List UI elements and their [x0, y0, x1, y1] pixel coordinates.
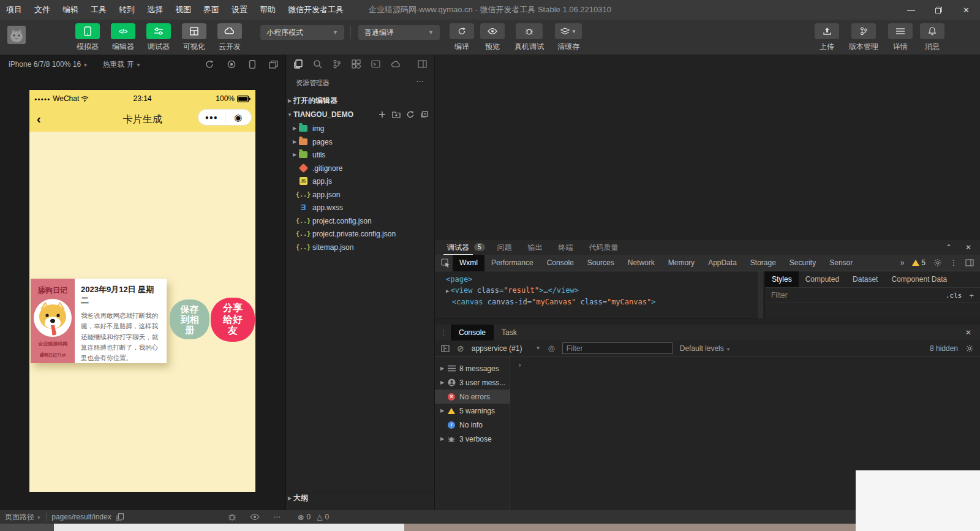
- file-row-utils[interactable]: ▶ utils: [286, 148, 434, 161]
- console-filter-input[interactable]: [562, 342, 673, 354]
- console-tab[interactable]: Console: [451, 325, 494, 341]
- menu-interface[interactable]: 界面: [197, 0, 225, 20]
- devtools-tab-sensor[interactable]: Sensor: [823, 255, 859, 271]
- user-avatar[interactable]: [7, 26, 26, 44]
- maximize-button[interactable]: [925, 0, 952, 20]
- debugger-toggle[interactable]: 调试器: [143, 23, 174, 52]
- tab-problems[interactable]: 问题: [494, 239, 516, 255]
- file-row-appjs[interactable]: JS app.js: [286, 175, 434, 187]
- close-button[interactable]: ✕: [952, 0, 980, 20]
- console-prompt-chevron[interactable]: ›: [518, 361, 522, 369]
- code-scrollbar[interactable]: [758, 271, 763, 318]
- statusbar-bug-icon[interactable]: [228, 513, 236, 521]
- collapse-panel-icon[interactable]: ⌃: [946, 243, 952, 252]
- outline-section[interactable]: ▶ 大纲: [286, 492, 434, 504]
- styles-tab[interactable]: Styles: [765, 271, 799, 287]
- live-expression-icon[interactable]: ◎: [548, 344, 554, 353]
- compile-mode-select[interactable]: 普通编译▼: [358, 25, 440, 40]
- tab-output[interactable]: 输出: [524, 239, 546, 255]
- statusbar-eye-icon[interactable]: [250, 514, 260, 520]
- devtools-tab-performance[interactable]: Performance: [484, 255, 540, 271]
- file-row-appjson[interactable]: {..} app.json: [286, 188, 434, 201]
- hot-reload-toggle[interactable]: 热重载 开 ▼: [102, 59, 141, 70]
- cloud-dev-toggle[interactable]: 云开发: [214, 23, 245, 52]
- device-frame-icon[interactable]: [249, 60, 255, 69]
- wxml-code-view[interactable]: <page> ▶<view class="result">…</view> <c…: [435, 271, 764, 318]
- file-row-gitignore[interactable]: .gitignore: [286, 162, 434, 175]
- statusbar-more-icon[interactable]: ⋯: [273, 513, 281, 521]
- extensions-icon[interactable]: [352, 59, 361, 69]
- split-editor-icon[interactable]: [418, 60, 427, 68]
- explorer-more-icon[interactable]: ⋯: [416, 77, 423, 86]
- version-control-button[interactable]: 版本管理: [846, 23, 881, 52]
- clear-console-icon[interactable]: ⊘: [457, 344, 464, 353]
- errors-filter-item[interactable]: ✕ No errors: [435, 390, 510, 404]
- devtools-tab-wxml[interactable]: Wxml: [453, 255, 484, 271]
- devtools-tab-network[interactable]: Network: [621, 255, 662, 271]
- file-row-projectprivateconfig[interactable]: {..} project.private.config.json: [286, 227, 434, 240]
- warnings-filter-item[interactable]: ▶ 5 warnings: [435, 404, 510, 418]
- multi-window-icon[interactable]: [269, 61, 278, 69]
- clear-cache-button[interactable]: ▼ 清缓存: [553, 23, 584, 52]
- menu-goto[interactable]: 转到: [113, 0, 141, 20]
- save-to-album-button[interactable]: 保存到相册: [170, 299, 209, 339]
- record-icon[interactable]: [227, 60, 236, 69]
- component-data-tab[interactable]: Component Data: [884, 271, 954, 287]
- sidebar-toggle-icon[interactable]: [441, 345, 450, 352]
- warning-counter[interactable]: 5: [912, 258, 925, 267]
- menu-view[interactable]: 视图: [169, 0, 197, 20]
- menu-select[interactable]: 选择: [141, 0, 169, 20]
- project-root[interactable]: ▼ TIANGOU_DEMO: [286, 108, 434, 121]
- problems-counter[interactable]: ⊗0 △0: [298, 513, 330, 522]
- messages-button[interactable]: 消息: [920, 23, 944, 52]
- close-console-icon[interactable]: ✕: [965, 328, 971, 337]
- compile-button[interactable]: 编译: [449, 23, 475, 52]
- drag-handle-icon[interactable]: ⋮: [440, 328, 447, 337]
- more-dots-icon[interactable]: ●●●: [198, 114, 225, 121]
- details-button[interactable]: 详情: [888, 23, 913, 52]
- real-device-debug-button[interactable]: 真机调试: [510, 23, 548, 52]
- info-filter-item[interactable]: i No info: [435, 418, 510, 432]
- share-to-friend-button[interactable]: 分享给好友: [211, 298, 255, 342]
- more-tabs-icon[interactable]: »: [900, 258, 905, 267]
- mode-select[interactable]: 小程序模式▼: [260, 25, 344, 40]
- copy-path-icon[interactable]: [116, 513, 124, 521]
- menu-devtools[interactable]: 微信开发者工具: [282, 0, 350, 20]
- device-selector[interactable]: iPhone 6/7/8 100% 16 ▼: [9, 60, 88, 69]
- file-row-sitemap[interactable]: {..} sitemap.json: [286, 241, 434, 254]
- npm-scripts-icon[interactable]: [371, 59, 380, 69]
- devtools-tab-security[interactable]: Security: [783, 255, 823, 271]
- messages-filter-item[interactable]: ▶ 8 messages: [435, 361, 510, 375]
- preview-button[interactable]: 预览: [480, 23, 505, 52]
- cloud-panel-icon[interactable]: [391, 60, 401, 68]
- dataset-tab[interactable]: Dataset: [846, 271, 884, 287]
- expand-caret-icon[interactable]: ▶: [446, 288, 449, 294]
- devtools-tab-memory[interactable]: Memory: [662, 255, 701, 271]
- tab-debugger[interactable]: 调试器: [443, 239, 473, 255]
- new-file-icon[interactable]: [379, 111, 386, 118]
- editor-toggle[interactable]: </> 编辑器: [108, 23, 138, 52]
- page-path-selector[interactable]: 页面路径 ▼: [5, 512, 41, 522]
- task-tab[interactable]: Task: [494, 325, 525, 341]
- exit-target-icon[interactable]: ◉: [225, 112, 252, 123]
- menu-tools[interactable]: 工具: [85, 0, 113, 20]
- user-messages-filter-item[interactable]: ▶ 3 user mess...: [435, 375, 510, 390]
- horizontal-scrollbar-thumb[interactable]: [54, 524, 404, 531]
- new-folder-icon[interactable]: [392, 111, 401, 118]
- new-style-rule-icon[interactable]: +: [969, 291, 974, 300]
- simulator-toggle[interactable]: 模拟器: [72, 23, 103, 52]
- visual-toggle[interactable]: 可视化: [179, 23, 209, 52]
- close-panel-icon[interactable]: ✕: [965, 243, 971, 252]
- devtools-tab-sources[interactable]: Sources: [581, 255, 621, 271]
- search-icon[interactable]: [313, 59, 322, 69]
- verbose-filter-item[interactable]: ▶ 3 verbose: [435, 432, 510, 446]
- rotate-icon[interactable]: [205, 60, 214, 69]
- source-control-icon[interactable]: [333, 59, 341, 69]
- inspect-element-icon[interactable]: [441, 258, 450, 268]
- styles-filter-placeholder[interactable]: Filter: [771, 291, 788, 299]
- files-icon[interactable]: [293, 59, 303, 69]
- file-row-img[interactable]: ▶ img: [286, 122, 434, 135]
- minimize-button[interactable]: —: [897, 0, 925, 20]
- devtools-tab-storage[interactable]: Storage: [744, 255, 783, 271]
- console-settings-gear-icon[interactable]: [965, 344, 974, 353]
